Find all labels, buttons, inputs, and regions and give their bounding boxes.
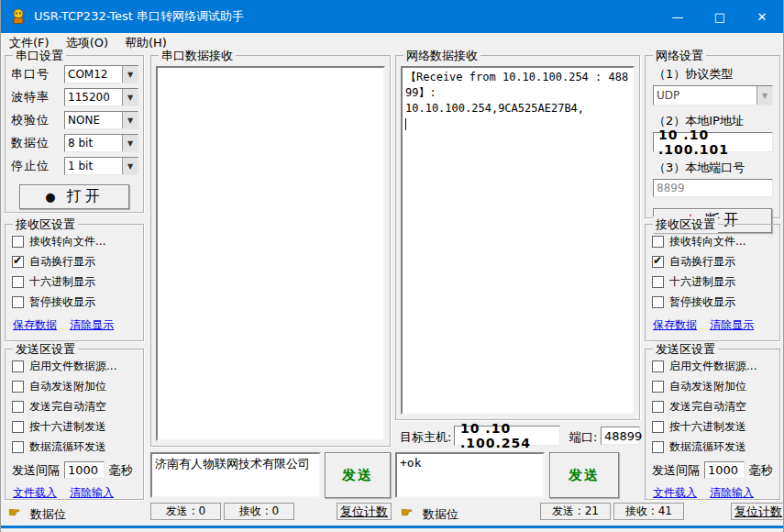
stop-bits-select[interactable]: 1 bit ▼	[64, 157, 138, 175]
checkbox-hex-display[interactable]: ✔ 十六进制显示	[12, 274, 139, 289]
chevron-down-icon[interactable]: ▼	[122, 89, 138, 105]
checkbox-box[interactable]: ✔	[652, 401, 664, 413]
target-port-value: 48899	[604, 429, 642, 443]
checkbox-pause-receive[interactable]: ✔ 暂停接收显示	[12, 294, 139, 309]
data-bits-value: 8 bit	[65, 135, 122, 151]
target-port-input[interactable]: 48899	[601, 427, 640, 445]
checkbox-box[interactable]: ✔	[12, 421, 24, 433]
checkbox-box[interactable]: ✔	[652, 296, 664, 308]
checkbox-box[interactable]: ✔	[12, 276, 24, 288]
serial-send-input[interactable]: 济南有人物联网技术有限公司	[150, 452, 321, 498]
protocol-select[interactable]: UDP ▼	[653, 85, 773, 105]
network-receive-area[interactable]: 【Receive from 10.10.100.254 : 48899】: 10…	[401, 66, 635, 415]
checkbox-hex-display[interactable]: ✔ 十六进制显示	[652, 274, 776, 289]
chevron-down-icon[interactable]: ▼	[122, 135, 138, 151]
chevron-down-icon[interactable]: ▼	[122, 112, 138, 128]
checkbox-box[interactable]: ✔	[652, 276, 664, 288]
send-interval-input[interactable]: 1000	[704, 461, 745, 479]
receive-settings-title: 接收区设置	[13, 216, 78, 233]
network-send-button[interactable]: 发送	[549, 452, 619, 498]
save-data-link[interactable]: 保存数据	[653, 317, 697, 333]
checkbox-box[interactable]: ✔	[12, 296, 24, 308]
serial-send-button[interactable]: 发送	[325, 452, 391, 498]
open-serial-button[interactable]: ● 打开	[19, 184, 129, 209]
file-load-link[interactable]: 文件载入	[13, 485, 57, 501]
reset-counter-link[interactable]: 复位计数	[731, 503, 784, 520]
clear-input-link[interactable]: 清除输入	[710, 485, 754, 501]
serial-receive-area[interactable]	[156, 66, 385, 441]
baud-rate-select[interactable]: 115200 ▼	[64, 88, 138, 106]
checkbox-box[interactable]: ✔	[652, 441, 664, 453]
baud-rate-label: 波特率	[11, 89, 64, 105]
left-settings-column: 串口设置 串口号 COM12 ▼ 波特率 115200 ▼ 校验	[5, 53, 146, 501]
checkbox-box[interactable]: ✔	[12, 256, 24, 268]
checkbox-auto-newline[interactable]: ✔ 自动换行显示	[12, 254, 139, 269]
hand-icon: ☛	[401, 504, 413, 521]
menu-item-options[interactable]: 选项(O)	[66, 35, 108, 51]
reset-counter-link[interactable]: 复位计数	[337, 503, 392, 520]
com-port-select[interactable]: COM12 ▼	[64, 65, 138, 83]
checkbox-auto-send-checksum[interactable]: ✔ 自动发送附加位	[652, 379, 776, 393]
stop-bits-value: 1 bit	[65, 158, 122, 174]
clear-display-link[interactable]: 清除显示	[710, 317, 754, 333]
statusbar: ☛ 数据位 发送 : 0 接收 : 0 复位计数 ☛ 数据位 发送 : 21 接…	[1, 501, 783, 525]
checkbox-send-as-hex[interactable]: ✔ 按十六进制发送	[12, 419, 139, 434]
maximize-button[interactable]: □	[699, 0, 741, 33]
network-send-input[interactable]: +ok	[395, 452, 545, 498]
target-host-value: 10 .10 .100.254	[460, 421, 559, 450]
app-icon	[10, 8, 27, 25]
serial-send-button-label: 发送	[342, 467, 373, 484]
file-load-link[interactable]: 文件载入	[653, 485, 697, 501]
parity-select[interactable]: NONE ▼	[64, 111, 138, 129]
baud-rate-row: 波特率 115200 ▼	[11, 88, 138, 106]
checkbox-box[interactable]: ✔	[652, 381, 664, 393]
checkbox-send-as-hex[interactable]: ✔ 按十六进制发送	[652, 419, 776, 434]
target-port-label: 端口:	[569, 429, 597, 446]
open-button-label: 打开	[67, 187, 104, 206]
checkbox-box[interactable]: ✔	[12, 236, 24, 248]
target-host-row: 目标主机: 10 .10 .100.254 端口: 48899	[395, 426, 641, 448]
chevron-down-icon[interactable]: ▼	[122, 158, 138, 174]
data-bits-select[interactable]: 8 bit ▼	[64, 134, 138, 152]
checkbox-loop-send[interactable]: ✔ 数据流循环发送	[12, 439, 139, 454]
close-button[interactable]: ✕	[741, 0, 783, 33]
network-settings-title: 网络设置	[653, 48, 706, 64]
checkbox-enable-file-source[interactable]: ✔ 启用文件数据源...	[652, 359, 776, 373]
target-host-input[interactable]: 10 .10 .100.254	[454, 426, 560, 446]
checkbox-loop-send[interactable]: ✔ 数据流循环发送	[652, 439, 776, 454]
checkbox-box[interactable]: ✔	[12, 360, 24, 372]
checkbox-pause-receive[interactable]: ✔ 暂停接收显示	[652, 294, 776, 309]
checkbox-box[interactable]: ✔	[652, 360, 664, 372]
checkbox-auto-send-checksum[interactable]: ✔ 自动发送附加位	[12, 379, 139, 393]
checkbox-receive-to-file[interactable]: ✔ 接收转向文件...	[652, 234, 776, 249]
target-host-label: 目标主机:	[400, 429, 451, 446]
checkbox-box[interactable]: ✔	[12, 401, 24, 413]
checkbox-box[interactable]: ✔	[652, 236, 664, 248]
checkbox-label: 十六进制显示	[669, 274, 735, 290]
checkbox-enable-file-source[interactable]: ✔ 启用文件数据源...	[12, 359, 139, 373]
checkbox-receive-to-file[interactable]: ✔ 接收转向文件...	[12, 234, 139, 249]
chevron-down-icon[interactable]: ▼	[756, 86, 772, 105]
send-settings-group: 发送区设置 ✔ 启用文件数据源... ✔ 自动发送附加位 ✔ 发送完自动清空 ✔…	[645, 349, 780, 500]
text-caret	[405, 118, 406, 130]
chevron-down-icon[interactable]: ▼	[122, 66, 138, 83]
minimize-button[interactable]: —	[657, 0, 699, 33]
checkbox-label: 发送完自动清空	[669, 399, 746, 415]
save-data-link[interactable]: 保存数据	[13, 317, 57, 333]
checkbox-box[interactable]: ✔	[12, 381, 24, 393]
checkbox-auto-newline[interactable]: ✔ 自动换行显示	[652, 254, 776, 269]
checkbox-box[interactable]: ✔	[652, 256, 664, 268]
right-settings-column: 网络设置 （1）协议类型 UDP ▼ （2）本地IP地址 10 .10 .100…	[645, 53, 782, 501]
local-port-input[interactable]: 8899	[653, 179, 773, 197]
checkbox-label: 启用文件数据源...	[29, 359, 116, 374]
serial-port-row: 串口号 COM12 ▼	[11, 65, 138, 83]
send-settings-title: 发送区设置	[13, 341, 78, 358]
checkbox-clear-after-send[interactable]: ✔ 发送完自动清空	[12, 399, 139, 414]
clear-input-link[interactable]: 清除输入	[70, 485, 114, 501]
send-interval-input[interactable]: 1000	[64, 461, 105, 479]
checkbox-box[interactable]: ✔	[12, 441, 24, 453]
clear-display-link[interactable]: 清除显示	[70, 317, 114, 333]
checkbox-box[interactable]: ✔	[652, 421, 664, 433]
checkbox-clear-after-send[interactable]: ✔ 发送完自动清空	[652, 399, 776, 414]
local-ip-input[interactable]: 10 .10 .100.101	[653, 132, 773, 152]
